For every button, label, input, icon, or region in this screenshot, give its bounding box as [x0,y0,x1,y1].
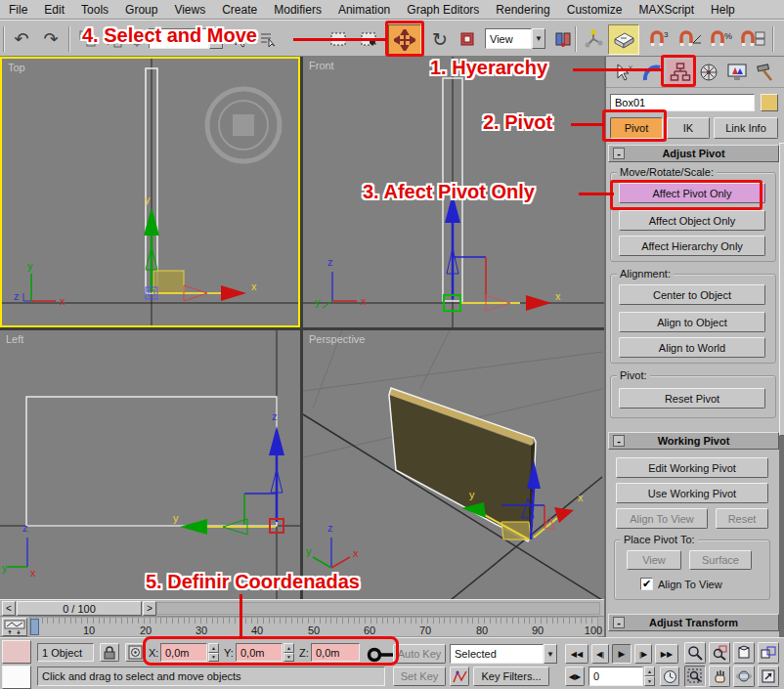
snaps-toggle-3d[interactable]: 3 [645,25,673,53]
time-slider-track[interactable] [156,602,600,615]
menu-rendering[interactable]: Rendering [496,3,549,17]
box-object[interactable] [389,388,536,541]
align-to-view-checkbox-row[interactable]: ✔ Align To View [640,578,722,590]
move-gizmo[interactable]: z y [173,410,284,535]
key-filter-dropdown-arrow[interactable]: ▼ [544,644,557,664]
tab-display[interactable] [723,60,750,85]
track-bar[interactable]: 0 10 20 30 40 50 60 70 80 90 100 [0,617,604,637]
viewport-perspective[interactable]: Perspective [303,330,604,599]
menu-help[interactable]: Help [711,3,735,17]
adjust-transform-rollout-header[interactable]: - Adjust Transform [608,614,779,631]
zoom-extents-all-button[interactable] [758,642,779,664]
object-color-swatch[interactable] [761,94,778,111]
key-mode-toggle[interactable]: ◀▶ [565,667,585,686]
menu-customize[interactable]: Customize [567,3,623,17]
menu-views[interactable]: Views [174,3,205,17]
select-by-name-button[interactable] [254,25,282,53]
maxscript-mini-listener-pink[interactable] [2,640,31,664]
auto-key-button[interactable]: Auto Key [393,644,446,664]
select-and-rotate-button[interactable]: ↻ [426,25,454,53]
maximize-viewport-toggle[interactable] [758,666,779,687]
zoom-extents-button[interactable] [733,642,755,664]
selection-lock-toggle[interactable] [100,643,119,662]
zoom-button[interactable] [684,642,706,664]
time-slider-prev-button[interactable]: < [2,601,16,616]
move-gizmo[interactable]: x [444,194,561,311]
select-and-manipulate-button[interactable] [580,25,607,53]
key-filter-dropdown[interactable]: Selected [450,644,544,664]
region-zoom-button[interactable] [684,666,706,687]
tab-motion[interactable] [695,60,721,85]
adjust-pivot-rollout-header[interactable]: - Adjust Pivot [608,145,779,162]
place-pivot-surface-button[interactable]: Surface [689,550,752,570]
undo-button[interactable]: ↶ [8,25,35,53]
center-to-object-button[interactable]: Center to Object [619,284,765,305]
previous-frame-button[interactable]: ◀| [591,644,609,664]
svg-text:z: z [14,290,20,302]
orbit-view-button[interactable] [733,666,755,687]
play-animation-button[interactable]: ▶ [612,644,632,664]
redo-icon: ↷ [43,28,58,50]
go-to-start-button[interactable]: ◀◀ [565,644,588,664]
menu-graph-editors[interactable]: Graph Editors [407,3,479,17]
box-object-outline[interactable] [26,397,277,526]
working-pivot-rollout-header[interactable]: - Working Pivot [608,432,779,450]
affect-hierarchy-only-button[interactable]: Affect Hierarchy Only [619,236,765,256]
maxscript-mini-listener-white[interactable] [2,666,31,689]
menu-group[interactable]: Group [125,3,157,17]
panel-scrollbar[interactable] [779,143,784,689]
time-slider-next-button[interactable]: > [143,601,156,616]
percent-snap-toggle[interactable]: % [708,25,735,53]
pan-view-button[interactable] [709,666,730,687]
coord-system-dropdown-arrow[interactable]: ▼ [532,28,545,49]
panel-scrollbar-thumb[interactable] [779,143,784,436]
current-frame-marker[interactable] [30,619,39,635]
current-frame-spinner[interactable]: ▲▼ [644,667,655,686]
time-configuration-button[interactable] [660,667,679,686]
time-slider-handle[interactable]: 0 / 100 [17,601,142,616]
ik-mode-button[interactable]: IK [667,117,710,139]
affect-object-only-button[interactable]: Affect Object Only [619,210,765,231]
world-axis-tripod: z x y [315,256,367,308]
reference-coordinate-system-dropdown[interactable]: View [485,28,532,49]
checkbox-checked-icon[interactable]: ✔ [640,578,653,590]
redo-button[interactable]: ↷ [37,25,65,53]
viewport-top[interactable]: Top y x [0,57,300,327]
tab-utilities[interactable] [752,60,778,85]
use-pivot-point-center-button[interactable] [549,25,577,53]
spinner-snap-toggle[interactable] [739,25,766,53]
align-to-view-button[interactable]: Align To View [616,508,708,529]
angle-snap-toggle[interactable] [676,25,704,53]
menu-animation[interactable]: Animation [338,3,390,17]
link-info-mode-button[interactable]: Link Info [714,117,778,139]
tab-create[interactable] [610,60,636,85]
viewport-left-canvas: z y z y x [0,330,300,599]
go-to-end-button[interactable]: ▶▶ [655,644,678,664]
menu-maxscript[interactable]: MAXScript [638,3,694,17]
scale-tool-icon [458,30,476,48]
pivot-plane-handle[interactable] [153,271,184,293]
menu-edit[interactable]: Edit [44,3,65,17]
align-to-world-button[interactable]: Align to World [619,337,765,358]
reset-pivot-button[interactable]: Reset Pivot [619,388,765,409]
keyboard-shortcut-override-toggle[interactable] [608,24,639,55]
current-frame-field[interactable]: 0 [588,667,643,686]
place-pivot-view-button[interactable]: View [627,550,681,570]
track-bar-ruler[interactable]: 0 10 20 30 40 50 60 70 80 90 100 [29,617,598,637]
viewport-left[interactable]: Left z y [0,330,300,599]
reset-working-pivot-button[interactable]: Reset [716,508,768,529]
zoom-all-button[interactable] [709,642,730,664]
edit-working-pivot-button[interactable]: Edit Working Pivot [616,457,768,478]
menu-modifiers[interactable]: Modifiers [274,3,322,17]
next-frame-button[interactable]: |▶ [634,644,652,664]
align-to-object-button[interactable]: Align to Object [619,312,765,332]
menu-file[interactable]: File [9,3,27,17]
key-filters-button[interactable]: Key Filters... [473,667,549,686]
default-in-out-tangents-button[interactable] [450,667,469,686]
select-and-scale-button[interactable] [454,25,481,53]
use-working-pivot-button[interactable]: Use Working Pivot [616,483,768,503]
set-key-button[interactable]: Set Key [393,667,446,686]
menu-create[interactable]: Create [222,3,257,17]
menu-tools[interactable]: Tools [81,3,109,17]
absolute-offset-mode-toggle[interactable] [125,643,145,662]
